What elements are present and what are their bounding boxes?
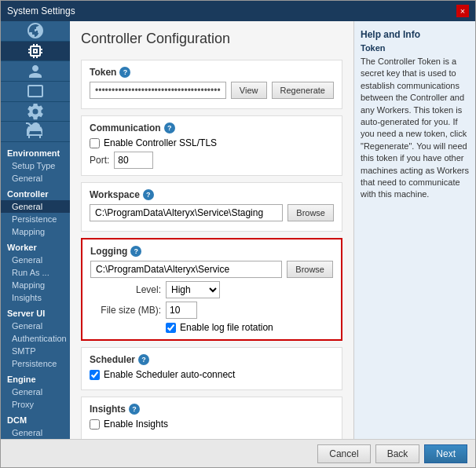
token-label: Token ? <box>90 67 334 78</box>
sidebar-item-authentication[interactable]: Authentication <box>1 332 70 345</box>
sidebar-group-serverui[interactable]: Server UI <box>1 304 70 320</box>
enable-insights-row: Enable Insights <box>90 419 334 430</box>
scheduler-help-icon[interactable]: ? <box>138 354 149 365</box>
insights-label: Insights ? <box>90 404 334 415</box>
insights-help-icon[interactable]: ? <box>129 404 140 415</box>
workspace-path-row: Browse <box>90 204 334 221</box>
port-row: Port: <box>90 152 334 169</box>
workspace-label: Workspace ? <box>90 189 334 200</box>
next-button[interactable]: Next <box>424 444 467 463</box>
footer: Cancel Back Next <box>1 439 475 467</box>
communication-help-icon[interactable]: ? <box>164 122 175 133</box>
workspace-help-icon[interactable]: ? <box>143 189 154 200</box>
sidebar-item-mapping[interactable]: Mapping <box>1 225 70 238</box>
back-button[interactable]: Back <box>375 444 420 463</box>
logging-path-input[interactable] <box>90 261 282 278</box>
main-content: Environment Setup Type General Controlle… <box>1 21 475 439</box>
sidebar-item-worker-general[interactable]: General <box>1 254 70 266</box>
right-panel: Controller Configuration Token ? View Re… <box>70 21 475 439</box>
help-panel-title: Help and Info <box>361 29 469 40</box>
token-row: View Regenerate <box>90 82 334 99</box>
sidebar-item-dcm-general[interactable]: General <box>1 426 70 439</box>
sidebar: Environment Setup Type General Controlle… <box>1 21 70 439</box>
token-field[interactable] <box>90 82 226 99</box>
sidebar-item-serverui-general[interactable]: General <box>1 320 70 332</box>
sidebar-group-controller[interactable]: Controller <box>1 185 70 200</box>
sidebar-item-insights[interactable]: Insights <box>1 291 70 304</box>
sidebar-item-persistence[interactable]: Persistence <box>1 213 70 225</box>
port-label: Port: <box>90 155 109 166</box>
sidebar-icon-controller[interactable] <box>1 42 70 62</box>
ssl-checkbox-row: Enable Controller SSL/TLS <box>90 137 334 148</box>
sidebar-item-engine-general[interactable]: General <box>1 386 70 398</box>
sidebar-item-env-general[interactable]: General <box>1 172 70 185</box>
logging-section: Logging ? Browse Level: High Medium <box>81 238 342 341</box>
level-row: Level: High Medium Low <box>90 281 333 298</box>
scheduler-section: Scheduler ? Enable Scheduler auto-connec… <box>81 347 342 390</box>
page-title: Controller Configuration <box>81 31 342 47</box>
sidebar-icon-environment[interactable] <box>1 21 70 42</box>
rotation-label: Enable log file rotation <box>180 322 273 333</box>
enable-ssl-checkbox[interactable] <box>90 138 100 148</box>
logging-details: Level: High Medium Low File size (MB): <box>90 281 333 333</box>
workspace-path-input[interactable] <box>90 204 283 221</box>
sidebar-item-serverui-persistence[interactable]: Persistence <box>1 357 70 370</box>
scheduler-label: Scheduler ? <box>90 354 334 365</box>
rotation-row: Enable log file rotation <box>166 322 333 333</box>
autoconnect-row: Enable Scheduler auto-connect <box>90 369 334 380</box>
filesize-label: File size (MB): <box>90 305 161 316</box>
view-button[interactable]: View <box>231 82 267 99</box>
help-panel: Help and Info Token The Controller Token… <box>353 21 475 439</box>
window-title: System Settings <box>7 5 75 16</box>
sidebar-group-environment[interactable]: Environment <box>1 144 70 159</box>
content-area: Controller Configuration Token ? View Re… <box>70 21 353 439</box>
sidebar-icon-serverui[interactable] <box>1 82 70 102</box>
logging-label: Logging ? <box>90 246 333 257</box>
cancel-button[interactable]: Cancel <box>317 444 370 463</box>
autoconnect-label: Enable Scheduler auto-connect <box>104 369 235 380</box>
sidebar-item-ctrl-general[interactable]: General <box>1 200 70 213</box>
close-button[interactable]: × <box>456 5 469 17</box>
token-section: Token ? View Regenerate <box>81 60 342 109</box>
regenerate-button[interactable]: Regenerate <box>272 82 335 99</box>
level-label: Level: <box>90 284 161 295</box>
sidebar-group-engine[interactable]: Engine <box>1 370 70 386</box>
sidebar-item-smtp[interactable]: SMTP <box>1 345 70 357</box>
logging-browse-button[interactable]: Browse <box>287 261 333 278</box>
port-input[interactable] <box>114 152 153 169</box>
communication-section: Communication ? Enable Controller SSL/TL… <box>81 115 342 176</box>
help-panel-subtitle: Token <box>361 43 469 53</box>
level-select[interactable]: High Medium Low <box>166 281 220 298</box>
help-panel-text: The Controller Token is a secret key tha… <box>361 56 469 201</box>
insights-section: Insights ? Enable Insights <box>81 397 342 439</box>
sidebar-icon-worker[interactable] <box>1 61 70 82</box>
sidebar-group-worker[interactable]: Worker <box>1 238 70 254</box>
sidebar-icon-dcm[interactable] <box>1 122 70 142</box>
sidebar-group-dcm[interactable]: DCM <box>1 411 70 426</box>
autoconnect-checkbox[interactable] <box>90 370 100 380</box>
title-bar: System Settings × <box>1 1 475 21</box>
system-settings-window: System Settings × <box>0 0 476 468</box>
sidebar-item-setup-type[interactable]: Setup Type <box>1 159 70 172</box>
logging-help-icon[interactable]: ? <box>130 246 141 257</box>
workspace-section: Workspace ? Browse <box>81 182 342 232</box>
rotation-checkbox[interactable] <box>166 323 176 333</box>
enable-ssl-label: Enable Controller SSL/TLS <box>104 137 217 148</box>
sidebar-item-proxy[interactable]: Proxy <box>1 398 70 411</box>
filesize-input[interactable] <box>166 302 197 319</box>
filesize-row: File size (MB): <box>90 302 333 319</box>
sidebar-icon-engine[interactable] <box>1 102 70 122</box>
workspace-browse-button[interactable]: Browse <box>287 204 334 221</box>
enable-insights-label: Enable Insights <box>104 419 168 430</box>
sidebar-item-worker-mapping[interactable]: Mapping <box>1 279 70 291</box>
sidebar-item-run-as[interactable]: Run As ... <box>1 266 70 279</box>
enable-insights-checkbox[interactable] <box>90 419 100 430</box>
logging-path-row: Browse <box>90 261 333 278</box>
communication-label: Communication ? <box>90 122 334 133</box>
token-help-icon[interactable]: ? <box>119 67 130 78</box>
